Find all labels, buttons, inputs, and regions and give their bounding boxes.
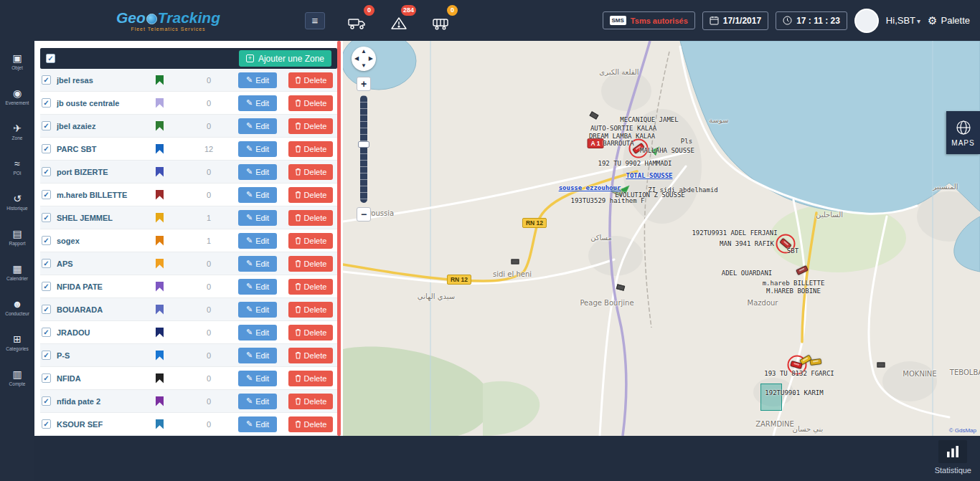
pan-right-icon[interactable]: ▶ xyxy=(369,56,373,62)
menu-toggle-button[interactable]: ≡ xyxy=(305,12,325,29)
zone-checkbox[interactable]: ✓ xyxy=(42,98,51,108)
sidebar-item-compte[interactable]: ▥Compte xyxy=(0,360,34,395)
zone-edit-button[interactable]: ✎Edit xyxy=(238,416,277,432)
zone-checkbox[interactable]: ✓ xyxy=(42,167,51,176)
zone-checkbox[interactable]: ✓ xyxy=(42,282,51,291)
zone-edit-button[interactable]: ✎Edit xyxy=(238,394,277,409)
map-vehicle-label[interactable]: sousse ezzouhour xyxy=(559,184,621,191)
map-vehicle-label[interactable]: MAN 3941 RAFIK xyxy=(720,240,774,247)
zone-edit-button[interactable]: ✎Edit xyxy=(238,141,277,157)
sidebar-item-poi[interactable]: ≈POI xyxy=(0,149,34,184)
map-vehicle-label[interactable]: AUTO-SORTIE KALAA xyxy=(590,125,656,132)
sidebar-item-categories[interactable]: ⊞Categories xyxy=(0,325,34,360)
add-zone-button[interactable]: + Ajouter une Zone xyxy=(239,50,331,67)
user-menu[interactable]: Hi,SBT▾ xyxy=(886,15,920,26)
map-vehicle-label[interactable]: DREAM LAMBA KALAA xyxy=(589,133,655,140)
zone-edit-button[interactable]: ✎Edit xyxy=(238,187,277,203)
map-canvas[interactable]: القلعة الكبرىسوسةالمنستيرKroussiaمساكنسي… xyxy=(343,41,980,436)
zone-delete-button[interactable]: Delete xyxy=(288,72,333,88)
zone-edit-button[interactable]: ✎Edit xyxy=(238,233,277,249)
zone-edit-button[interactable]: ✎Edit xyxy=(238,371,277,386)
zone-delete-button[interactable]: Delete xyxy=(288,325,333,340)
zone-edit-button[interactable]: ✎Edit xyxy=(238,302,277,318)
zone-edit-button[interactable]: ✎Edit xyxy=(238,118,277,134)
map-vehicle-label[interactable]: SBT xyxy=(787,247,798,254)
map-vehicle-label[interactable]: Pls xyxy=(681,138,692,145)
map-vehicle-label[interactable]: 193TU3529 haithem F xyxy=(571,197,645,204)
sidebar-item-zone[interactable]: ✈Zone xyxy=(0,114,34,149)
zone-delete-button[interactable]: Delete xyxy=(288,302,333,318)
zone-checkbox[interactable]: ✓ xyxy=(42,328,51,337)
map-vehicle-label[interactable]: 192 TU 9902 HAMMADI xyxy=(598,160,672,167)
statistics-button[interactable]: Statistique xyxy=(935,440,971,475)
zone-checkbox[interactable]: ✓ xyxy=(42,419,51,429)
map-vehicle-label[interactable]: MECANIQUE JAMEL xyxy=(620,116,678,123)
zone-edit-button[interactable]: ✎Edit xyxy=(238,210,277,226)
sidebar-item-evenement[interactable]: ◉Evenement xyxy=(0,79,34,114)
zone-checkbox[interactable]: ✓ xyxy=(42,259,51,268)
zone-checkbox[interactable]: ✓ xyxy=(42,236,51,245)
zone-edit-button[interactable]: ✎Edit xyxy=(238,256,277,272)
user-avatar[interactable] xyxy=(854,9,879,33)
map-marker-car[interactable] xyxy=(810,358,822,366)
zoom-out-button[interactable]: − xyxy=(357,207,371,222)
zone-checkbox[interactable]: ✓ xyxy=(42,144,51,153)
zone-checkbox[interactable]: ✓ xyxy=(42,190,51,199)
zone-checkbox[interactable]: ✓ xyxy=(42,396,51,406)
zone-checkbox[interactable]: ✓ xyxy=(42,75,51,85)
zone-delete-button[interactable]: Delete xyxy=(288,279,333,295)
map-vehicle-label[interactable]: m.hareb BILLETTE xyxy=(763,280,825,287)
zone-edit-button[interactable]: ✎Edit xyxy=(238,325,277,340)
vehicles-notification-button[interactable]: 0 xyxy=(347,11,368,30)
zoom-in-button[interactable]: + xyxy=(357,77,371,91)
zone-delete-button[interactable]: Delete xyxy=(288,118,333,134)
zone-delete-button[interactable]: Delete xyxy=(288,141,333,157)
zone-checkbox[interactable]: ✓ xyxy=(42,305,51,314)
map-copyright-link[interactable]: © GdsMap xyxy=(949,427,976,434)
map-vehicle-label[interactable]: BARROUTA xyxy=(603,140,633,147)
map-vehicle-label[interactable]: TOTAL SOUSSE xyxy=(626,172,672,179)
map-vehicle-label[interactable]: M.HAREB BOBINE xyxy=(766,287,821,295)
zone-edit-button[interactable]: ✎Edit xyxy=(238,348,277,363)
maps-layer-button[interactable]: MAPS xyxy=(946,111,980,154)
map-marker-car[interactable] xyxy=(796,265,809,275)
zone-delete-button[interactable]: Delete xyxy=(288,187,333,203)
sidebar-item-rapport[interactable]: ▤Rapport xyxy=(0,219,34,254)
zone-delete-button[interactable]: Delete xyxy=(288,210,333,226)
zone-delete-button[interactable]: Delete xyxy=(288,371,333,386)
zones-scrollbar[interactable] xyxy=(337,41,341,436)
zone-delete-button[interactable]: Delete xyxy=(288,256,333,272)
zone-checkbox[interactable]: ✓ xyxy=(42,121,51,130)
zone-delete-button[interactable]: Delete xyxy=(288,416,333,432)
zone-edit-button[interactable]: ✎Edit xyxy=(238,164,277,180)
zone-checkbox[interactable]: ✓ xyxy=(42,213,51,222)
zone-edit-button[interactable]: ✎Edit xyxy=(238,95,277,111)
map-pan-control[interactable]: ▲ ▼ ◀ ▶ xyxy=(352,47,376,71)
palette-button[interactable]: ⚙Palette xyxy=(928,14,970,27)
map-vehicle-label[interactable]: 192TU9901 KARIM xyxy=(765,389,823,396)
zone-delete-button[interactable]: Delete xyxy=(288,233,333,249)
zone-delete-button[interactable]: Delete xyxy=(288,95,333,111)
sidebar-item-historique[interactable]: ↺Historique xyxy=(0,184,34,219)
zone-edit-button[interactable]: ✎Edit xyxy=(238,72,277,88)
pan-down-icon[interactable]: ▼ xyxy=(361,63,367,69)
sms-quota-box[interactable]: SMS Tsms autorisés xyxy=(603,11,695,29)
select-all-checkbox[interactable]: ✓ xyxy=(46,54,55,63)
zone-delete-button[interactable]: Delete xyxy=(288,394,333,409)
date-box[interactable]: 17/1/2017 xyxy=(702,11,768,30)
zone-delete-button[interactable]: Delete xyxy=(288,164,333,180)
pan-left-icon[interactable]: ◀ xyxy=(354,56,359,62)
zone-checkbox[interactable]: ✓ xyxy=(42,373,51,383)
alerts-notification-button[interactable]: 284 xyxy=(388,11,410,30)
map-vehicle-label[interactable]: 193 TU 8132 FGARCI xyxy=(764,370,834,377)
bus-notification-button[interactable]: 0 xyxy=(430,11,451,30)
zone-edit-button[interactable]: ✎Edit xyxy=(238,279,277,295)
sidebar-item-conducteur[interactable]: ☻Conducteur xyxy=(0,290,34,325)
sidebar-item-calendrier[interactable]: ▦Calendrier xyxy=(0,254,34,290)
map-vehicle-label[interactable]: MALLAHA SOUSSE xyxy=(640,147,694,154)
time-box[interactable]: 17 : 11 : 23 xyxy=(776,11,847,30)
sidebar-item-objet[interactable]: ▣Objet xyxy=(0,44,34,79)
zone-checkbox[interactable]: ✓ xyxy=(42,351,51,360)
zoom-slider[interactable] xyxy=(360,95,367,203)
map-vehicle-label[interactable]: ADEL OUARDANI xyxy=(722,270,772,277)
